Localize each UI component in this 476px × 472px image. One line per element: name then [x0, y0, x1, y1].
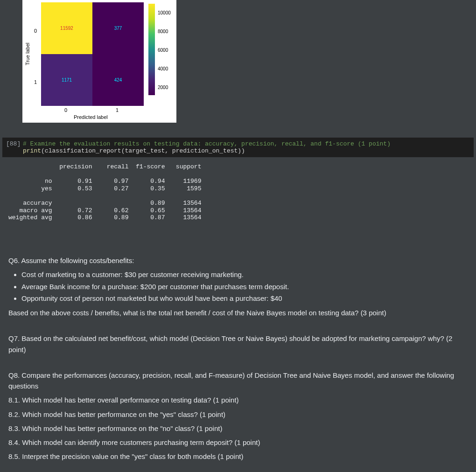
q8-5: 8.5. Interpret the precision value on th…: [8, 451, 470, 462]
cell-1-0: 1171: [41, 54, 92, 106]
q6-bullets: Cost of marketing to a customer: $30 per…: [21, 269, 470, 304]
cell-prompt: [88]: [6, 140, 23, 147]
y-tick-0: 0: [34, 28, 37, 34]
q6-prompt: Based on the above costs / benefits, wha…: [8, 307, 470, 318]
colorbar: [148, 4, 155, 95]
heatmap-grid: 11592 377 1171 424: [41, 2, 144, 106]
cell-1-1: 424: [92, 54, 144, 106]
y-axis-label: True label: [25, 42, 30, 65]
q7: Q7. Based on the calculated net benefit/…: [8, 333, 470, 355]
y-tick-1: 1: [34, 79, 37, 85]
cell-0-0: 11592: [41, 2, 92, 54]
classification-report-output: precision recall f1-score support no 0.9…: [8, 163, 201, 222]
q8-4: 8.4. Which model can identify more custo…: [8, 437, 470, 448]
confusion-matrix-chart: 11592 377 1171 424 0 1 0 1 Predicted lab…: [22, 0, 176, 123]
code-content[interactable]: # Examine the evaluation results on test…: [23, 140, 391, 154]
cb-tick-4000: 4000: [158, 66, 168, 71]
x-axis-label: Predicted label: [74, 114, 108, 120]
q8-1: 8.1. Which model has better overall perf…: [8, 395, 470, 405]
cb-tick-10000: 10000: [158, 10, 171, 15]
markdown-cell: Q6. Assume the following costs/benefits:…: [8, 252, 470, 465]
code-cell[interactable]: [88] # Examine the evaluation results on…: [2, 138, 474, 157]
q8-title: Q8. Compare the performances (accuracy, …: [8, 370, 470, 392]
q6-bullet-3: Opportunity cost of person not marketed …: [21, 293, 470, 304]
cb-tick-2000: 2000: [158, 85, 168, 90]
q6-bullet-2: Average Bank income for a purchase: $200…: [21, 281, 470, 292]
q8-3: 8.3. Which model has better performance …: [8, 423, 470, 434]
q8-2: 8.2. Which model has better performance …: [8, 409, 470, 420]
cb-tick-6000: 6000: [158, 48, 168, 53]
q6-bullet-1: Cost of marketing to a customer: $30 per…: [21, 269, 470, 280]
x-tick-1: 1: [116, 107, 119, 113]
cell-0-1: 377: [92, 2, 144, 54]
q6-title: Q6. Assume the following costs/benefits:: [8, 255, 470, 266]
cb-tick-8000: 8000: [158, 29, 168, 34]
x-tick-0: 0: [64, 107, 67, 113]
